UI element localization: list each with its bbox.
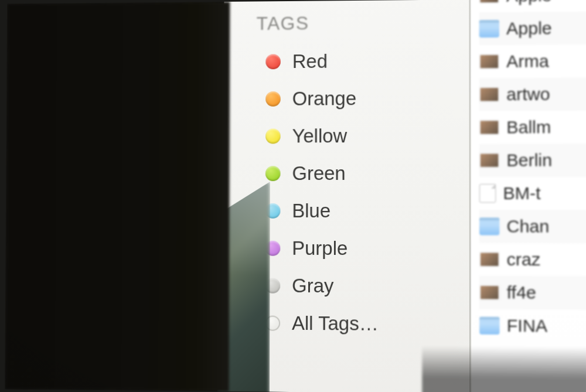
file-row[interactable]: artwo: [479, 77, 586, 111]
file-name: ff4e: [507, 282, 536, 303]
tag-item-yellow[interactable]: Yellow: [256, 118, 458, 156]
image-file-icon: [479, 252, 499, 267]
folder-icon: [479, 217, 499, 235]
file-name: Berlin: [506, 150, 552, 170]
file-row[interactable]: FINA: [479, 309, 586, 343]
file-name: BM-t: [503, 183, 540, 203]
file-row[interactable]: BM-t: [479, 177, 586, 210]
file-row[interactable]: Berlin: [479, 144, 586, 177]
image-file-icon: [479, 153, 499, 168]
image-file-icon: [479, 0, 499, 4]
file-row[interactable]: Ballm: [479, 110, 586, 144]
tag-dot-icon: [265, 166, 281, 181]
folder-icon: [479, 20, 499, 38]
dock-partial: [422, 346, 586, 392]
tag-label: Gray: [292, 275, 333, 297]
file-row[interactable]: Chan: [479, 210, 586, 243]
file-name: Apple: [506, 18, 552, 39]
tag-label: Orange: [292, 87, 357, 110]
file-name: artwo: [506, 84, 550, 104]
finder-window: TAGS Red Orange Yellow Green Blue Purple…: [223, 0, 586, 392]
file-name: Arma: [506, 51, 549, 71]
tag-item-all-tags[interactable]: All Tags…: [255, 305, 458, 343]
file-name: FINA: [507, 316, 548, 336]
sidebar-item-shared[interactable]: [257, 0, 459, 2]
tag-item-red[interactable]: Red: [256, 42, 458, 81]
image-file-icon: [479, 285, 499, 300]
sidebar-section-tags: TAGS: [257, 11, 459, 34]
file-row[interactable]: craz: [479, 243, 586, 276]
image-file-icon: [479, 87, 499, 102]
file-name: craz: [507, 250, 541, 270]
file-row[interactable]: Apple: [479, 0, 586, 12]
tag-label: Purple: [292, 237, 347, 260]
tag-label: All Tags…: [292, 312, 379, 335]
tag-item-purple[interactable]: Purple: [256, 230, 459, 268]
document-file-icon: [479, 184, 496, 203]
tag-label: Red: [292, 50, 328, 73]
image-file-icon: [479, 120, 499, 135]
tag-dot-icon: [265, 54, 281, 69]
file-row[interactable]: ff4e: [479, 276, 586, 310]
tag-item-orange[interactable]: Orange: [256, 80, 458, 118]
image-file-icon: [479, 54, 499, 69]
tag-item-blue[interactable]: Blue: [256, 193, 459, 230]
screen-bezel: [5, 2, 230, 391]
file-row[interactable]: Apple: [479, 11, 586, 45]
tag-label: Blue: [292, 200, 331, 222]
tag-dot-icon: [265, 129, 281, 144]
file-list: Apple Apple Arma artwo Ballm Berlin BM-t: [471, 0, 586, 392]
file-row[interactable]: Arma: [479, 45, 586, 79]
file-name: Ballm: [506, 117, 551, 137]
tag-dot-icon: [265, 91, 281, 107]
tag-label: Yellow: [292, 125, 347, 147]
tag-item-green[interactable]: Green: [256, 155, 459, 193]
file-name: Apple: [506, 0, 552, 6]
folder-icon: [479, 317, 499, 335]
file-name: Chan: [507, 216, 550, 236]
tag-item-gray[interactable]: Gray: [255, 268, 458, 306]
tag-label: Green: [292, 162, 345, 185]
